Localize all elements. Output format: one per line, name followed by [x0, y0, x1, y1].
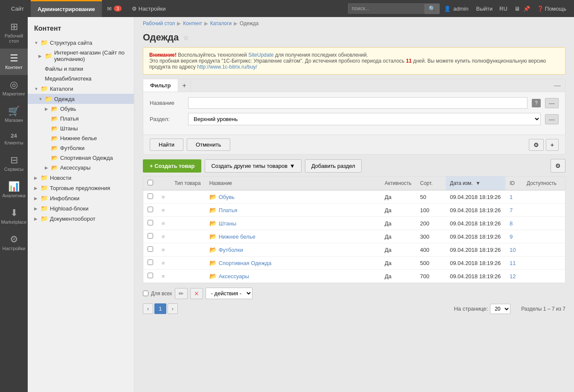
actions-select[interactable]: - действия -	[206, 288, 252, 299]
drag-handle-icon[interactable]: ≡	[162, 247, 165, 253]
row-id-link[interactable]: 9	[510, 233, 513, 240]
filter-section-remove-button[interactable]: —	[545, 114, 559, 124]
tree-item-aksessuary[interactable]: ▶ 📂 Аксессуары	[28, 163, 134, 173]
sidebar-item-marketing-label: Маркетинг	[3, 91, 25, 96]
filter-find-button[interactable]: Найти	[150, 138, 183, 151]
drag-handle-icon[interactable]: ≡	[162, 273, 165, 280]
row-checkbox[interactable]	[148, 207, 153, 212]
tree-item-odezhda[interactable]: ▼ 📁 Одежда	[28, 94, 134, 104]
sidebar-item-dashboard[interactable]: ⊞ Рабочий стол	[0, 17, 28, 49]
search-input[interactable]	[348, 3, 425, 14]
add-section-button[interactable]: Добавить раздел	[305, 159, 362, 173]
row-name-link[interactable]: 📂 Нижнее белье	[209, 233, 376, 240]
row-name-link[interactable]: 📂 Футболки	[209, 246, 376, 253]
tree-item-obuv[interactable]: ▶ 📂 Обувь	[28, 104, 134, 114]
breadcrumb-dashboard[interactable]: Рабочий стол	[143, 20, 175, 26]
topbar-lang-btn[interactable]: RU	[496, 6, 511, 12]
tree-item-infobloki[interactable]: ▶ 📁 Инфоблоки	[28, 193, 134, 203]
topbar-settings-btn[interactable]: ⚙ Настройки	[127, 6, 171, 12]
tree-item-internet-shop[interactable]: ▶ 📁 Интернет-магазин (Сайт по умолчанию)	[28, 48, 134, 64]
drag-handle-icon[interactable]: ≡	[162, 220, 165, 227]
topbar-admin-btn[interactable]: Администрирование	[31, 0, 102, 17]
drag-handle-icon[interactable]: ≡	[162, 207, 165, 213]
row-checkbox[interactable]	[148, 259, 153, 265]
filter-add-tab-button[interactable]: +	[178, 80, 191, 92]
row-checkbox[interactable]	[148, 220, 153, 225]
pagination-next-button[interactable]: ›	[168, 303, 178, 314]
bulk-delete-button[interactable]: ✕	[190, 288, 203, 299]
col-date[interactable]: Дата изм. ▼	[446, 176, 505, 190]
pagination-page-1-button[interactable]: 1	[154, 303, 166, 314]
topbar-user-btn[interactable]: 👤 admin	[440, 6, 473, 12]
tree-item-docs[interactable]: ▶ 📁 Документооборот	[28, 213, 134, 224]
filter-name-remove-button[interactable]: —	[545, 98, 559, 108]
tree-item-sportivnaya[interactable]: 📂 Спортивная Одежда	[28, 153, 134, 163]
tree-item-nizhnee[interactable]: 📂 Нижнее белье	[28, 133, 134, 143]
row-name-link[interactable]: 📂 Штаны	[209, 220, 376, 227]
sidebar-item-services[interactable]: ⊟ Сервисы	[0, 150, 28, 177]
breadcrumb-content[interactable]: Контент	[183, 20, 202, 26]
row-name-link[interactable]: 📂 Платья	[209, 207, 376, 213]
row-checkbox[interactable]	[148, 246, 153, 252]
drag-handle-icon[interactable]: ≡	[162, 194, 165, 200]
filter-gear-button[interactable]: ⚙	[529, 139, 544, 151]
pagination-prev-button[interactable]: ‹	[143, 303, 153, 314]
row-checkbox[interactable]	[148, 233, 153, 239]
tree-item-highload[interactable]: ▶ 📁 Highload-блоки	[28, 203, 134, 213]
filter-tab[interactable]: Фильтр	[143, 79, 178, 92]
sidebar-item-analytics[interactable]: 📊 Аналитика	[0, 177, 28, 203]
buy-link[interactable]: http://www.1c-bitrix.ru/buy/	[197, 64, 257, 70]
tree-item-catalogs[interactable]: ▼ 📁 Каталоги	[28, 84, 134, 94]
tree-item-novosti[interactable]: ▶ 📁 Новости	[28, 173, 134, 183]
sidebar-item-settings[interactable]: ⚙ Настройки	[0, 230, 28, 256]
row-id-link[interactable]: 7	[510, 207, 513, 213]
favorite-star-icon[interactable]: ☆	[183, 34, 189, 42]
topbar-site-btn[interactable]: Сайт	[4, 0, 31, 17]
topbar-messages-btn[interactable]: ✉ 3	[102, 6, 127, 12]
search-button[interactable]: 🔍	[425, 3, 440, 14]
filter-collapse-button[interactable]: —	[550, 80, 565, 92]
row-name-link[interactable]: 📂 Спортивная Одежда	[209, 259, 376, 266]
sidebar-item-content[interactable]: ☰ Контент	[0, 49, 28, 75]
toolbar-gear-button[interactable]: ⚙	[551, 159, 565, 173]
bulk-edit-button[interactable]: ✏	[175, 288, 188, 299]
tree-item-futbolki[interactable]: 📂 Футболки	[28, 143, 134, 153]
monitor-icon[interactable]: 🖥	[514, 6, 520, 12]
sidebar-item-clients[interactable]: 24 Клиенты	[0, 128, 28, 150]
drag-handle-icon[interactable]: ≡	[162, 260, 165, 266]
filter-help-button[interactable]: ?	[532, 99, 541, 107]
row-id-link[interactable]: 10	[510, 247, 516, 253]
siteupdate-link[interactable]: SiteUpdate	[248, 52, 273, 58]
tree-item-structure[interactable]: ▼ 📁 Структура сайта	[28, 37, 134, 48]
sidebar-item-marketplace[interactable]: ⬇ Marketplace	[0, 203, 28, 230]
drag-handle-icon[interactable]: ≡	[162, 233, 165, 240]
row-id-link[interactable]: 1	[510, 194, 513, 200]
topbar-logout-btn[interactable]: Выйти	[473, 6, 496, 12]
tree-item-shtany[interactable]: 📂 Штаны	[28, 124, 134, 133]
create-product-button[interactable]: + Создать товар	[143, 159, 201, 173]
filter-cancel-button[interactable]: Отменить	[187, 138, 230, 151]
for-all-checkbox[interactable]	[143, 291, 148, 296]
tree-item-torgovye[interactable]: ▶ 📁 Торговые предложения	[28, 183, 134, 193]
row-id-link[interactable]: 12	[510, 273, 516, 280]
create-other-types-button[interactable]: Создать другие типы товаров ▼	[205, 159, 301, 173]
sidebar-item-shop[interactable]: 🛒 Магазин	[0, 101, 28, 128]
tree-item-platya[interactable]: 📂 Платья	[28, 114, 134, 124]
sidebar-item-marketing[interactable]: ◎ Маркетинг	[0, 75, 28, 101]
filter-add-button[interactable]: +	[546, 139, 559, 151]
row-id-link[interactable]: 8	[510, 220, 513, 227]
row-name-link[interactable]: 📂 Аксессуары	[209, 273, 376, 280]
row-id-link[interactable]: 11	[510, 260, 516, 266]
pin-icon[interactable]: 📌	[523, 6, 530, 12]
select-all-checkbox[interactable]	[148, 180, 153, 185]
row-checkbox[interactable]	[148, 273, 153, 278]
per-page-select[interactable]: 20	[490, 304, 510, 314]
topbar-help-btn[interactable]: ❓ Помощь	[533, 6, 570, 12]
filter-name-input[interactable]	[188, 97, 528, 109]
row-checkbox[interactable]	[148, 193, 153, 199]
breadcrumb-catalogs[interactable]: Каталоги	[210, 20, 232, 26]
filter-section-select[interactable]: Верхний уровень	[188, 113, 541, 125]
tree-item-files[interactable]: Файлы и папки	[28, 64, 134, 74]
tree-item-media[interactable]: Медиабиблиотека	[28, 74, 134, 84]
row-name-link[interactable]: 📂 Обувь	[209, 193, 376, 200]
